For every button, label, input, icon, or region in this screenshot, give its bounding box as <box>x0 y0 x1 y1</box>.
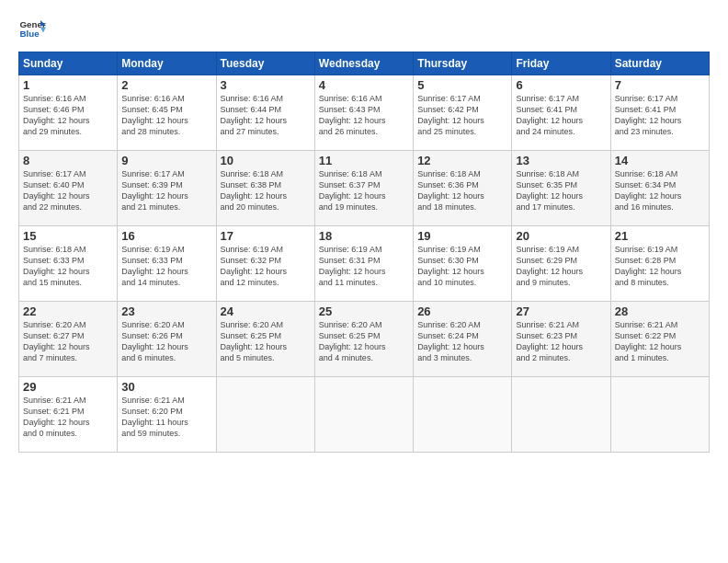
header-wednesday: Wednesday <box>314 52 413 75</box>
day-number: 28 <box>615 304 705 318</box>
day-cell: 13 Sunrise: 6:18 AMSunset: 6:35 PMDaylig… <box>512 151 610 226</box>
day-info: Sunrise: 6:21 AMSunset: 6:22 PMDaylight:… <box>615 320 682 362</box>
day-info: Sunrise: 6:20 AMSunset: 6:25 PMDaylight:… <box>221 320 288 362</box>
day-number: 25 <box>319 304 409 318</box>
day-cell: 1 Sunrise: 6:16 AMSunset: 6:46 PMDayligh… <box>19 75 118 151</box>
header-monday: Monday <box>118 52 216 75</box>
day-number: 15 <box>23 229 113 243</box>
day-info: Sunrise: 6:16 AMSunset: 6:43 PMDaylight:… <box>319 94 386 136</box>
day-number: 18 <box>319 229 409 243</box>
day-info: Sunrise: 6:16 AMSunset: 6:44 PMDaylight:… <box>221 94 288 136</box>
logo-icon: General Blue <box>18 15 46 42</box>
day-cell: 17 Sunrise: 6:19 AMSunset: 6:32 PMDaylig… <box>216 226 314 302</box>
week-row-4: 29 Sunrise: 6:21 AMSunset: 6:21 PMDaylig… <box>19 377 710 453</box>
day-number: 3 <box>221 78 311 92</box>
day-info: Sunrise: 6:18 AMSunset: 6:34 PMDaylight:… <box>615 169 682 212</box>
day-number: 5 <box>417 78 507 92</box>
day-cell: 26 Sunrise: 6:20 AMSunset: 6:24 PMDaylig… <box>414 302 512 377</box>
day-info: Sunrise: 6:18 AMSunset: 6:37 PMDaylight:… <box>319 169 386 212</box>
header-saturday: Saturday <box>610 52 709 75</box>
day-cell: 20 Sunrise: 6:19 AMSunset: 6:29 PMDaylig… <box>512 226 610 302</box>
day-cell: 24 Sunrise: 6:20 AMSunset: 6:25 PMDaylig… <box>216 302 314 377</box>
day-cell: 28 Sunrise: 6:21 AMSunset: 6:22 PMDaylig… <box>610 302 709 377</box>
day-info: Sunrise: 6:20 AMSunset: 6:27 PMDaylight:… <box>23 320 90 362</box>
logo: General Blue <box>18 15 46 42</box>
day-number: 13 <box>516 154 606 167</box>
day-info: Sunrise: 6:18 AMSunset: 6:36 PMDaylight:… <box>417 169 484 212</box>
day-number: 24 <box>221 304 311 318</box>
day-info: Sunrise: 6:19 AMSunset: 6:33 PMDaylight:… <box>121 245 188 287</box>
week-row-1: 8 Sunrise: 6:17 AMSunset: 6:40 PMDayligh… <box>19 151 710 226</box>
day-cell <box>414 377 512 453</box>
day-number: 26 <box>417 304 507 318</box>
day-info: Sunrise: 6:17 AMSunset: 6:39 PMDaylight:… <box>121 169 188 212</box>
day-number: 23 <box>121 304 211 318</box>
header-friday: Friday <box>512 52 610 75</box>
day-cell: 12 Sunrise: 6:18 AMSunset: 6:36 PMDaylig… <box>414 151 512 226</box>
day-info: Sunrise: 6:17 AMSunset: 6:41 PMDaylight:… <box>615 94 682 136</box>
day-cell: 23 Sunrise: 6:20 AMSunset: 6:26 PMDaylig… <box>118 302 216 377</box>
day-info: Sunrise: 6:21 AMSunset: 6:20 PMDaylight:… <box>121 396 188 438</box>
day-cell: 8 Sunrise: 6:17 AMSunset: 6:40 PMDayligh… <box>19 151 118 226</box>
day-info: Sunrise: 6:17 AMSunset: 6:41 PMDaylight:… <box>516 94 583 136</box>
day-number: 8 <box>23 154 113 167</box>
day-cell: 25 Sunrise: 6:20 AMSunset: 6:25 PMDaylig… <box>314 302 413 377</box>
day-info: Sunrise: 6:20 AMSunset: 6:24 PMDaylight:… <box>417 320 484 362</box>
day-cell: 14 Sunrise: 6:18 AMSunset: 6:34 PMDaylig… <box>610 151 709 226</box>
day-number: 14 <box>615 154 705 167</box>
day-info: Sunrise: 6:19 AMSunset: 6:29 PMDaylight:… <box>516 245 583 287</box>
week-row-2: 15 Sunrise: 6:18 AMSunset: 6:33 PMDaylig… <box>19 226 710 302</box>
day-number: 7 <box>615 78 705 92</box>
day-cell: 19 Sunrise: 6:19 AMSunset: 6:30 PMDaylig… <box>414 226 512 302</box>
day-info: Sunrise: 6:16 AMSunset: 6:45 PMDaylight:… <box>121 94 188 136</box>
header: General Blue <box>18 15 710 42</box>
day-info: Sunrise: 6:21 AMSunset: 6:21 PMDaylight:… <box>23 396 90 438</box>
day-cell: 11 Sunrise: 6:18 AMSunset: 6:37 PMDaylig… <box>314 151 413 226</box>
header-thursday: Thursday <box>414 52 512 75</box>
day-info: Sunrise: 6:18 AMSunset: 6:35 PMDaylight:… <box>516 169 583 212</box>
day-cell: 22 Sunrise: 6:20 AMSunset: 6:27 PMDaylig… <box>19 302 118 377</box>
day-cell: 18 Sunrise: 6:19 AMSunset: 6:31 PMDaylig… <box>314 226 413 302</box>
day-info: Sunrise: 6:17 AMSunset: 6:40 PMDaylight:… <box>23 169 90 212</box>
day-info: Sunrise: 6:19 AMSunset: 6:31 PMDaylight:… <box>319 245 386 287</box>
header-row: SundayMondayTuesdayWednesdayThursdayFrid… <box>19 52 710 75</box>
day-cell: 30 Sunrise: 6:21 AMSunset: 6:20 PMDaylig… <box>118 377 216 453</box>
day-cell: 7 Sunrise: 6:17 AMSunset: 6:41 PMDayligh… <box>610 75 709 151</box>
day-cell <box>216 377 314 453</box>
day-info: Sunrise: 6:21 AMSunset: 6:23 PMDaylight:… <box>516 320 583 362</box>
day-number: 22 <box>23 304 113 318</box>
day-cell <box>512 377 610 453</box>
day-number: 2 <box>121 78 211 92</box>
day-number: 1 <box>23 78 113 92</box>
day-number: 9 <box>121 154 211 167</box>
day-cell: 10 Sunrise: 6:18 AMSunset: 6:38 PMDaylig… <box>216 151 314 226</box>
day-info: Sunrise: 6:20 AMSunset: 6:25 PMDaylight:… <box>319 320 386 362</box>
day-cell: 6 Sunrise: 6:17 AMSunset: 6:41 PMDayligh… <box>512 75 610 151</box>
header-tuesday: Tuesday <box>216 52 314 75</box>
day-cell: 21 Sunrise: 6:19 AMSunset: 6:28 PMDaylig… <box>610 226 709 302</box>
day-cell <box>610 377 709 453</box>
day-number: 16 <box>121 229 211 243</box>
day-number: 19 <box>417 229 507 243</box>
day-cell <box>314 377 413 453</box>
day-number: 11 <box>319 154 409 167</box>
day-number: 30 <box>121 380 211 394</box>
day-number: 6 <box>516 78 606 92</box>
svg-marker-3 <box>40 28 46 33</box>
day-cell: 4 Sunrise: 6:16 AMSunset: 6:43 PMDayligh… <box>314 75 413 151</box>
day-cell: 3 Sunrise: 6:16 AMSunset: 6:44 PMDayligh… <box>216 75 314 151</box>
day-info: Sunrise: 6:16 AMSunset: 6:46 PMDaylight:… <box>23 94 90 136</box>
day-cell: 27 Sunrise: 6:21 AMSunset: 6:23 PMDaylig… <box>512 302 610 377</box>
week-row-3: 22 Sunrise: 6:20 AMSunset: 6:27 PMDaylig… <box>19 302 710 377</box>
calendar-table: SundayMondayTuesdayWednesdayThursdayFrid… <box>18 52 710 453</box>
day-cell: 2 Sunrise: 6:16 AMSunset: 6:45 PMDayligh… <box>118 75 216 151</box>
day-info: Sunrise: 6:20 AMSunset: 6:26 PMDaylight:… <box>121 320 188 362</box>
day-cell: 9 Sunrise: 6:17 AMSunset: 6:39 PMDayligh… <box>118 151 216 226</box>
day-number: 29 <box>23 380 113 394</box>
svg-text:Blue: Blue <box>20 29 40 39</box>
day-number: 4 <box>319 78 409 92</box>
day-info: Sunrise: 6:19 AMSunset: 6:30 PMDaylight:… <box>417 245 484 287</box>
day-info: Sunrise: 6:18 AMSunset: 6:33 PMDaylight:… <box>23 245 90 287</box>
day-number: 17 <box>221 229 311 243</box>
week-row-0: 1 Sunrise: 6:16 AMSunset: 6:46 PMDayligh… <box>19 75 710 151</box>
